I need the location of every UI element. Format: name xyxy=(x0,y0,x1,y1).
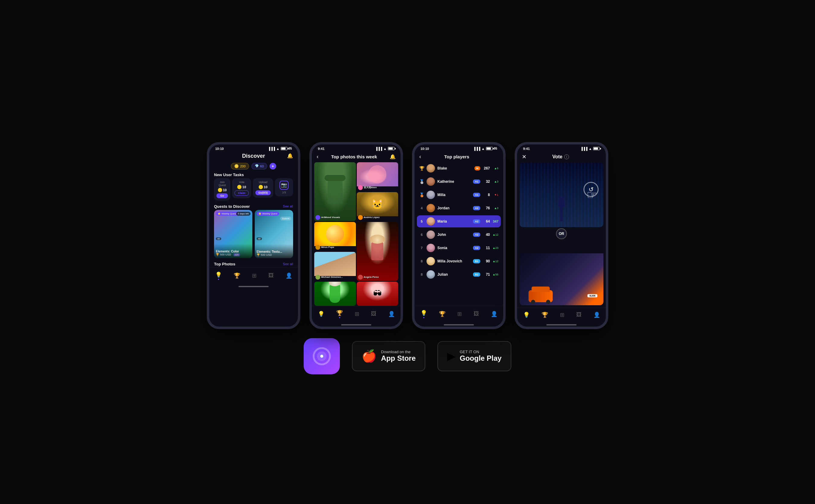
quests-header: Quests to Discover See all xyxy=(209,203,298,210)
tasks-section-title: New User Tasks xyxy=(209,171,298,178)
player-row-3[interactable]: 🥉 Milla A1 8 ▼1 xyxy=(417,189,501,201)
google-play-button[interactable]: ▶ GET IT ON Google Play xyxy=(437,341,511,371)
photo-item-5[interactable]: Angela Perez xyxy=(357,222,398,281)
app-logo xyxy=(304,338,340,374)
photo-item-8[interactable]: 🕶 xyxy=(357,282,398,306)
battery-icon-1 xyxy=(281,147,287,150)
battery-icon-4 xyxy=(593,147,600,150)
player-avatar-5 xyxy=(427,217,435,226)
app-store-button[interactable]: 🍎 Download on the App Store xyxy=(352,341,425,371)
nav-home-4[interactable]: 💡 xyxy=(520,310,533,319)
player-avatar-2 xyxy=(427,177,435,186)
player-row-1[interactable]: 🏆 Blake M 267 ▲6 xyxy=(417,162,501,174)
wifi-icon-4: ▲ xyxy=(588,147,592,151)
player-level-4: A2 xyxy=(473,206,480,210)
app-store-text: Download on the App Store xyxy=(381,350,416,363)
close-button-4[interactable]: ✕ xyxy=(522,154,526,160)
nav-trophy-3[interactable]: 🏆 xyxy=(436,309,449,319)
car-plate: SLIDE xyxy=(587,294,597,297)
time-4: 9:41 xyxy=(523,147,530,151)
player-row-8a[interactable]: 8 Milla Jovovich B1 90 ▲12 xyxy=(417,255,501,267)
player-row-4[interactable]: 4 Jordan A2 76 ▲3 xyxy=(417,202,501,214)
google-play-icon: ▶ xyxy=(447,350,455,363)
back-button-2[interactable]: ‹ xyxy=(317,154,319,160)
player-name-5: Maria xyxy=(437,219,471,223)
quest-2-name: Elements: Textu... xyxy=(257,250,291,253)
wifi-icon-2: ▲ xyxy=(383,147,387,151)
photo-grid: ArtMood Visualz 吉大現Aken xyxy=(312,162,401,306)
vote-task-button[interactable]: Claim xyxy=(235,190,249,196)
player-score-2: 32 xyxy=(483,179,490,184)
player-row-8b[interactable]: 8 Julian B2 71 ▲56 xyxy=(417,268,501,281)
nav-photos-1[interactable]: 🖼 xyxy=(265,271,277,280)
upload-icon-card: 📷 1/3 xyxy=(275,178,293,196)
nav-home-2[interactable]: 💡 xyxy=(315,309,328,319)
quest-1-bottom: Elements: Color 🏆 500 USD x25 xyxy=(214,244,252,258)
photo-avatar-2 xyxy=(358,185,363,190)
nav-profile-3[interactable]: 👤 xyxy=(488,309,500,319)
nav-profile-1[interactable]: 👤 xyxy=(283,271,295,280)
player-row-5[interactable]: 5 Maria A2 64 347 xyxy=(417,215,501,227)
vote-page-header: ✕ Vote i xyxy=(517,152,606,163)
quest-2-submit[interactable]: Submit xyxy=(280,217,291,220)
join-quest-reward: 🪙 10 xyxy=(218,188,227,192)
player-name-1: Blake xyxy=(437,166,472,170)
photo-name-2: 吉大現Aken xyxy=(364,186,377,189)
player-level-3: A1 xyxy=(473,193,480,197)
photo-item-6[interactable]: Michael Gimenez... xyxy=(314,252,356,281)
vote-image-bottom[interactable]: SLIDE xyxy=(519,240,603,305)
nav-profile-4[interactable]: 👤 xyxy=(590,310,603,319)
upload-coin-icon: 🪙 xyxy=(259,185,263,189)
nav-home-3[interactable]: 💡 xyxy=(417,309,430,319)
nav-profile-2[interactable]: 👤 xyxy=(385,309,398,319)
upload-task-button[interactable]: Go(0/3) xyxy=(255,190,271,195)
back-button-3[interactable]: ‹ xyxy=(419,154,421,160)
notification-bell-icon[interactable]: 🔔 xyxy=(287,153,293,159)
nav-home-1[interactable]: 💡 xyxy=(212,270,225,281)
nav-trophy-4[interactable]: 🏆 xyxy=(538,310,551,319)
info-icon-4[interactable]: i xyxy=(564,154,569,159)
signal-icon-1: ▐▐▐ xyxy=(268,147,275,151)
nav-grid-2[interactable]: ⊞ xyxy=(352,309,362,319)
player-row-7[interactable]: 7 Sonia A2 11 ▲23 xyxy=(417,242,501,254)
nav-photos-2[interactable]: 🖼 xyxy=(368,309,379,318)
photo-name-3: Andrés López xyxy=(364,216,380,219)
upload-camera-icon[interactable]: 📷 xyxy=(280,181,289,190)
vote-page-title: Vote i xyxy=(552,154,569,160)
add-coins-button[interactable]: + xyxy=(270,163,276,170)
nav-photos-4[interactable]: 🖼 xyxy=(573,310,585,319)
vote-image-top[interactable]: ☞ ↺ xyxy=(519,163,603,227)
blue-coin-icon: 💎 xyxy=(255,164,259,168)
bottom-section: 🍎 Download on the App Store ▶ GET IT ON … xyxy=(304,338,511,374)
player-rank-6: 6 xyxy=(419,233,424,236)
join-quest-button[interactable]: Go xyxy=(217,193,228,198)
photos-see-all[interactable]: See all xyxy=(283,262,293,266)
nav-grid-3[interactable]: ⊞ xyxy=(454,309,465,319)
photo-item-7[interactable] xyxy=(314,282,356,306)
quest-card-2[interactable]: ⭐Weekly Quest Submit All Elements: Textu… xyxy=(255,210,293,258)
photo-item-1[interactable]: ArtMood Visualz xyxy=(314,162,356,221)
photo-item-3[interactable]: 🐱 Andrés López xyxy=(357,192,398,221)
nav-trophy-2[interactable]: 🏆 xyxy=(333,309,346,319)
player-change-8b: ▲56 xyxy=(492,273,498,276)
bell-icon-2[interactable]: 🔔 xyxy=(390,154,396,160)
nav-trophy-1[interactable]: 🏆 xyxy=(231,271,243,280)
player-row-6[interactable]: 6 John A2 40 ▲12 xyxy=(417,229,501,241)
player-name-8a: Milla Jovovich xyxy=(437,259,471,263)
phone-players: 10:10 ▐▐▐ ▲ 95 ‹ Top players 🏆 xyxy=(412,142,506,329)
nav-grid-1[interactable]: ⊞ xyxy=(249,271,260,280)
nav-photos-3[interactable]: 🖼 xyxy=(471,309,482,318)
photo-item-4[interactable]: Mirus Pope xyxy=(314,222,356,251)
nav-grid-4[interactable]: ⊞ xyxy=(557,310,567,319)
upload-task-card: Upload 🪙 10 Go(0/3) xyxy=(253,178,273,198)
status-bar-1: 10:10 ▐▐▐ ▲ 95 xyxy=(209,144,298,152)
photo-avatar-1 xyxy=(316,215,320,220)
google-play-text: GET IT ON Google Play xyxy=(460,350,502,363)
quest-card-1[interactable]: ⭐Weekly Quest 5 days left All Elements: … xyxy=(214,210,252,258)
bottom-nav-2: 💡 🏆 ⊞ 🖼 👤 xyxy=(312,306,401,323)
player-row-2[interactable]: 🥈 Katherine A1 32 ▲3 xyxy=(417,176,501,188)
battery-pct-1: 95 xyxy=(289,147,292,150)
player-name-6: John xyxy=(437,233,471,237)
quests-see-all[interactable]: See all xyxy=(283,204,293,208)
photo-item-2[interactable]: 吉大現Aken xyxy=(357,162,398,191)
